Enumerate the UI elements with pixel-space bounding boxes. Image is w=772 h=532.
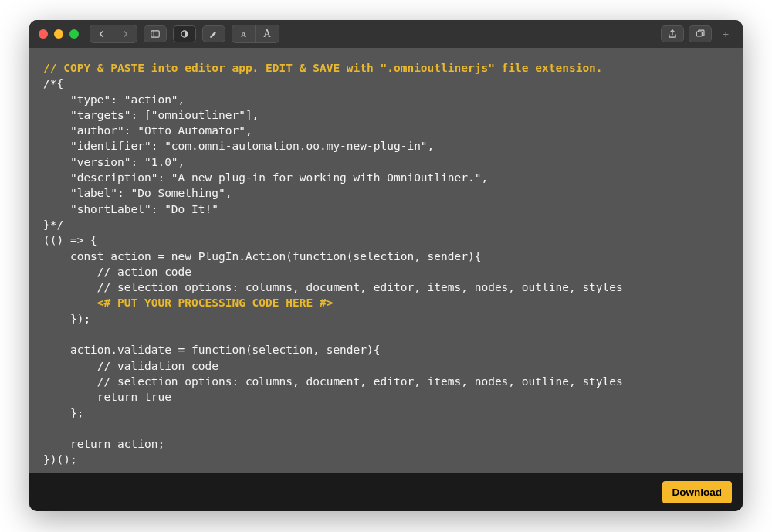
windows-icon [695,29,706,39]
code-line: }*/ [43,219,63,231]
circle-half-icon [179,29,190,39]
sidebar-icon [150,29,161,39]
placeholder-line: <# PUT YOUR PROCESSING CODE HERE #> [43,296,333,309]
code-line: }); [43,313,90,325]
maximize-window-icon[interactable] [69,29,79,39]
code-line: "description": "A new plug-in for workin… [43,171,488,184]
comment-line: // COPY & PASTE into editor app. EDIT & … [43,62,603,74]
code-line: })(); [43,453,77,466]
code-line: // selection options: columns, document,… [43,281,623,293]
chevron-right-icon [120,29,130,39]
code-line: "version": "1.0", [43,156,185,168]
theme-toggle-button[interactable] [173,25,196,42]
code-line: action.validate = function(selection, se… [43,344,381,356]
code-line: return action; [43,438,164,450]
forward-button[interactable] [113,25,137,42]
pencil-icon [208,29,219,39]
code-line: "shortLabel": "Do It!" [43,203,218,215]
code-line: // action code [43,266,191,278]
nav-group [90,25,137,43]
code-line: }; [43,407,83,419]
window-footer: Download [29,473,743,511]
code-line: (() => { [43,234,97,246]
font-small-button[interactable]: A [232,25,256,42]
code-line: "identifier": "com.omni-automation.oo.my… [43,140,434,152]
sidebar-toggle-button[interactable] [144,25,167,42]
code-editor[interactable]: // COPY & PASTE into editor app. EDIT & … [29,48,743,473]
code-line: "type": "action", [43,93,185,106]
edit-button[interactable] [202,25,225,42]
code-line: "label": "Do Something", [43,187,232,199]
svg-rect-0 [151,31,160,37]
font-size-group: A A [232,25,279,43]
traffic-lights [39,29,79,39]
new-tab-button[interactable]: + [718,25,733,42]
code-line: /*{ [43,77,63,90]
code-line: "targets": ["omnioutliner"], [43,109,259,121]
back-button[interactable] [90,25,113,42]
code-line: // validation code [43,360,218,372]
windows-button[interactable] [689,25,712,42]
chevron-left-icon [96,29,107,39]
download-button[interactable]: Download [662,481,733,503]
code-line: const action = new PlugIn.Action(functio… [43,250,481,263]
share-icon [667,29,678,39]
code-line [43,422,70,435]
svg-rect-3 [696,32,702,36]
code-line: // selection options: columns, document,… [43,375,623,388]
code-line: return true [43,391,171,403]
code-editor-window: A A + // COPY & PASTE into editor app. E… [29,20,743,511]
minimize-window-icon[interactable] [54,29,63,39]
window-titlebar: A A + [29,20,743,48]
right-toolbar: + [661,25,733,42]
code-line: "author": "Otto Automator", [43,124,252,137]
share-button[interactable] [661,25,684,42]
font-large-button[interactable]: A [256,25,279,42]
close-window-icon[interactable] [39,29,48,39]
